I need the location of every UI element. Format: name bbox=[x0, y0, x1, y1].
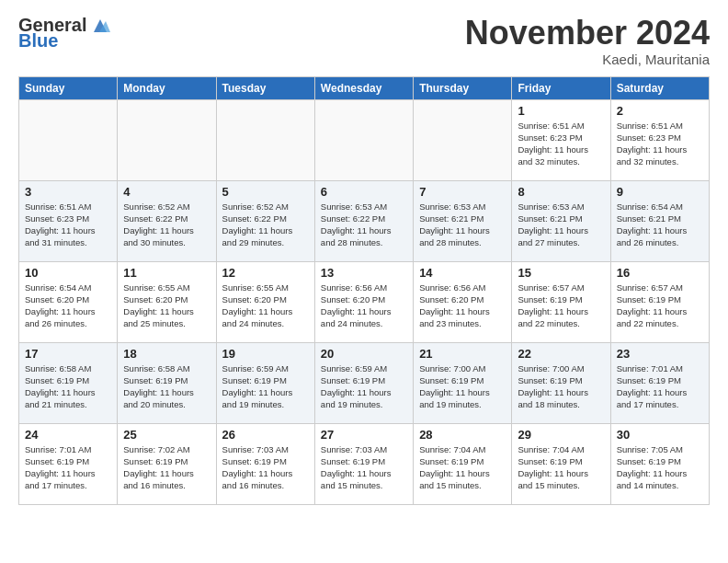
cell-4-3: 19Sunrise: 6:59 AMSunset: 6:19 PMDayligh… bbox=[216, 342, 314, 423]
day-number: 24 bbox=[25, 428, 111, 442]
header: General Blue November 2024 Kaedi, Maurit… bbox=[18, 15, 710, 67]
col-monday: Monday bbox=[118, 76, 216, 99]
day-info: Sunrise: 7:05 AMSunset: 6:19 PMDaylight:… bbox=[617, 443, 703, 492]
cell-4-6: 22Sunrise: 7:00 AMSunset: 6:19 PMDayligh… bbox=[512, 342, 610, 423]
logo-blue-text: Blue bbox=[18, 30, 58, 52]
day-info: Sunrise: 6:52 AMSunset: 6:22 PMDaylight:… bbox=[222, 201, 309, 249]
day-number: 15 bbox=[518, 266, 604, 280]
day-info: Sunrise: 6:51 AMSunset: 6:23 PMDaylight:… bbox=[617, 120, 703, 168]
cell-1-6: 1Sunrise: 6:51 AMSunset: 6:23 PMDaylight… bbox=[512, 99, 610, 180]
col-sunday: Sunday bbox=[19, 76, 118, 99]
cell-1-4 bbox=[314, 99, 413, 180]
cell-3-4: 13Sunrise: 6:56 AMSunset: 6:20 PMDayligh… bbox=[314, 261, 413, 342]
cell-5-7: 30Sunrise: 7:05 AMSunset: 6:19 PMDayligh… bbox=[610, 423, 709, 504]
day-number: 3 bbox=[25, 185, 111, 199]
day-number: 19 bbox=[222, 347, 309, 361]
col-friday: Friday bbox=[512, 76, 610, 99]
cell-1-2 bbox=[118, 99, 216, 180]
title-area: November 2024 Kaedi, Mauritania bbox=[465, 15, 710, 67]
day-info: Sunrise: 7:03 AMSunset: 6:19 PMDaylight:… bbox=[321, 443, 407, 492]
day-number: 16 bbox=[617, 266, 703, 280]
cell-5-4: 27Sunrise: 7:03 AMSunset: 6:19 PMDayligh… bbox=[314, 423, 413, 504]
cell-2-3: 5Sunrise: 6:52 AMSunset: 6:22 PMDaylight… bbox=[216, 180, 314, 261]
day-info: Sunrise: 6:51 AMSunset: 6:23 PMDaylight:… bbox=[25, 201, 111, 249]
cell-4-4: 20Sunrise: 6:59 AMSunset: 6:19 PMDayligh… bbox=[314, 342, 413, 423]
day-number: 18 bbox=[123, 347, 210, 361]
cell-3-3: 12Sunrise: 6:55 AMSunset: 6:20 PMDayligh… bbox=[216, 261, 314, 342]
cell-2-7: 9Sunrise: 6:54 AMSunset: 6:21 PMDaylight… bbox=[610, 180, 709, 261]
day-info: Sunrise: 7:01 AMSunset: 6:19 PMDaylight:… bbox=[25, 443, 111, 492]
week-row-1: 1Sunrise: 6:51 AMSunset: 6:23 PMDaylight… bbox=[19, 99, 710, 180]
cell-1-5 bbox=[414, 99, 512, 180]
day-info: Sunrise: 6:53 AMSunset: 6:22 PMDaylight:… bbox=[321, 201, 407, 249]
cell-5-6: 29Sunrise: 7:04 AMSunset: 6:19 PMDayligh… bbox=[512, 423, 610, 504]
day-info: Sunrise: 7:00 AMSunset: 6:19 PMDaylight:… bbox=[419, 362, 506, 411]
day-number: 9 bbox=[617, 185, 703, 199]
cell-3-6: 15Sunrise: 6:57 AMSunset: 6:19 PMDayligh… bbox=[512, 261, 610, 342]
day-info: Sunrise: 6:52 AMSunset: 6:22 PMDaylight:… bbox=[123, 201, 210, 249]
day-info: Sunrise: 6:53 AMSunset: 6:21 PMDaylight:… bbox=[419, 201, 506, 249]
cell-2-4: 6Sunrise: 6:53 AMSunset: 6:22 PMDaylight… bbox=[314, 180, 413, 261]
day-number: 20 bbox=[321, 347, 407, 361]
day-number: 17 bbox=[25, 347, 111, 361]
day-info: Sunrise: 6:57 AMSunset: 6:19 PMDaylight:… bbox=[617, 282, 703, 330]
cell-3-7: 16Sunrise: 6:57 AMSunset: 6:19 PMDayligh… bbox=[610, 261, 709, 342]
day-number: 1 bbox=[518, 104, 604, 118]
cell-2-6: 8Sunrise: 6:53 AMSunset: 6:21 PMDaylight… bbox=[512, 180, 610, 261]
day-number: 27 bbox=[321, 428, 407, 442]
logo-icon bbox=[90, 16, 110, 36]
day-number: 21 bbox=[419, 347, 506, 361]
cell-4-5: 21Sunrise: 7:00 AMSunset: 6:19 PMDayligh… bbox=[414, 342, 512, 423]
day-info: Sunrise: 6:53 AMSunset: 6:21 PMDaylight:… bbox=[518, 201, 604, 249]
day-info: Sunrise: 7:04 AMSunset: 6:19 PMDaylight:… bbox=[518, 443, 604, 492]
col-tuesday: Tuesday bbox=[216, 76, 314, 99]
day-info: Sunrise: 7:02 AMSunset: 6:19 PMDaylight:… bbox=[123, 443, 210, 492]
day-info: Sunrise: 6:59 AMSunset: 6:19 PMDaylight:… bbox=[321, 362, 407, 411]
cell-1-1 bbox=[19, 99, 118, 180]
day-info: Sunrise: 7:00 AMSunset: 6:19 PMDaylight:… bbox=[518, 362, 604, 411]
cell-4-2: 18Sunrise: 6:58 AMSunset: 6:19 PMDayligh… bbox=[118, 342, 216, 423]
cell-5-2: 25Sunrise: 7:02 AMSunset: 6:19 PMDayligh… bbox=[118, 423, 216, 504]
page: General Blue November 2024 Kaedi, Maurit… bbox=[0, 0, 728, 514]
day-number: 8 bbox=[518, 185, 604, 199]
cell-4-7: 23Sunrise: 7:01 AMSunset: 6:19 PMDayligh… bbox=[610, 342, 709, 423]
day-number: 10 bbox=[25, 266, 111, 280]
day-info: Sunrise: 7:01 AMSunset: 6:19 PMDaylight:… bbox=[617, 362, 703, 411]
cell-2-1: 3Sunrise: 6:51 AMSunset: 6:23 PMDaylight… bbox=[19, 180, 118, 261]
logo: General Blue bbox=[18, 15, 110, 52]
month-title: November 2024 bbox=[465, 15, 710, 52]
cell-2-2: 4Sunrise: 6:52 AMSunset: 6:22 PMDaylight… bbox=[118, 180, 216, 261]
week-row-5: 24Sunrise: 7:01 AMSunset: 6:19 PMDayligh… bbox=[19, 423, 710, 504]
day-info: Sunrise: 6:59 AMSunset: 6:19 PMDaylight:… bbox=[222, 362, 309, 411]
day-info: Sunrise: 6:58 AMSunset: 6:19 PMDaylight:… bbox=[25, 362, 111, 411]
day-number: 4 bbox=[123, 185, 210, 199]
cell-2-5: 7Sunrise: 6:53 AMSunset: 6:21 PMDaylight… bbox=[414, 180, 512, 261]
day-number: 26 bbox=[222, 428, 309, 442]
cell-4-1: 17Sunrise: 6:58 AMSunset: 6:19 PMDayligh… bbox=[19, 342, 118, 423]
day-info: Sunrise: 6:56 AMSunset: 6:20 PMDaylight:… bbox=[419, 282, 506, 330]
calendar: Sunday Monday Tuesday Wednesday Thursday… bbox=[18, 76, 710, 505]
day-number: 2 bbox=[617, 104, 703, 118]
cell-1-7: 2Sunrise: 6:51 AMSunset: 6:23 PMDaylight… bbox=[610, 99, 709, 180]
cell-5-1: 24Sunrise: 7:01 AMSunset: 6:19 PMDayligh… bbox=[19, 423, 118, 504]
week-row-2: 3Sunrise: 6:51 AMSunset: 6:23 PMDaylight… bbox=[19, 180, 710, 261]
day-info: Sunrise: 7:03 AMSunset: 6:19 PMDaylight:… bbox=[222, 443, 309, 492]
cell-3-2: 11Sunrise: 6:55 AMSunset: 6:20 PMDayligh… bbox=[118, 261, 216, 342]
day-info: Sunrise: 6:58 AMSunset: 6:19 PMDaylight:… bbox=[123, 362, 210, 411]
col-saturday: Saturday bbox=[610, 76, 709, 99]
day-number: 23 bbox=[617, 347, 703, 361]
day-info: Sunrise: 6:56 AMSunset: 6:20 PMDaylight:… bbox=[321, 282, 407, 330]
day-info: Sunrise: 7:04 AMSunset: 6:19 PMDaylight:… bbox=[419, 443, 506, 492]
calendar-header-row: Sunday Monday Tuesday Wednesday Thursday… bbox=[19, 76, 710, 99]
day-info: Sunrise: 6:51 AMSunset: 6:23 PMDaylight:… bbox=[518, 120, 604, 168]
cell-3-1: 10Sunrise: 6:54 AMSunset: 6:20 PMDayligh… bbox=[19, 261, 118, 342]
week-row-4: 17Sunrise: 6:58 AMSunset: 6:19 PMDayligh… bbox=[19, 342, 710, 423]
cell-5-3: 26Sunrise: 7:03 AMSunset: 6:19 PMDayligh… bbox=[216, 423, 314, 504]
day-info: Sunrise: 6:55 AMSunset: 6:20 PMDaylight:… bbox=[222, 282, 309, 330]
day-info: Sunrise: 6:54 AMSunset: 6:21 PMDaylight:… bbox=[617, 201, 703, 249]
day-number: 7 bbox=[419, 185, 506, 199]
cell-3-5: 14Sunrise: 6:56 AMSunset: 6:20 PMDayligh… bbox=[414, 261, 512, 342]
location: Kaedi, Mauritania bbox=[465, 52, 710, 67]
week-row-3: 10Sunrise: 6:54 AMSunset: 6:20 PMDayligh… bbox=[19, 261, 710, 342]
day-number: 30 bbox=[617, 428, 703, 442]
